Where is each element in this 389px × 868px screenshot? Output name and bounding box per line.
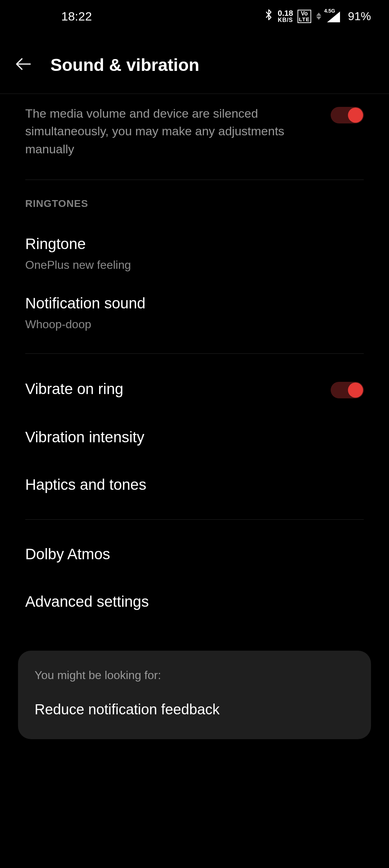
- dolby-atmos-title: Dolby Atmos: [25, 546, 364, 563]
- ringtone-title: Ringtone: [25, 235, 364, 253]
- mute-media-toggle[interactable]: [331, 107, 364, 123]
- battery-percentage: 91%: [348, 10, 371, 23]
- vibrate-on-ring-toggle[interactable]: [331, 382, 364, 398]
- status-time: 18:22: [61, 9, 92, 23]
- data-rate-unit: KB/S: [278, 17, 293, 23]
- suggestion-item[interactable]: Reduce notification feedback: [35, 701, 354, 718]
- dolby-atmos-item[interactable]: Dolby Atmos: [25, 530, 364, 578]
- mute-media-row[interactable]: The media volume and device are silenced…: [25, 94, 364, 169]
- ringtone-item[interactable]: Ringtone OnePlus new feeling: [25, 224, 364, 283]
- data-rate: 0.18 KB/S: [278, 9, 293, 23]
- suggestion-hint: You might be looking for:: [35, 669, 354, 682]
- vibration-intensity-title: Vibration intensity: [25, 429, 364, 446]
- divider: [25, 519, 364, 520]
- status-bar: 18:22 0.18 KB/S Vo LTE 4.5G 91%: [0, 0, 389, 32]
- page-title: Sound & vibration: [50, 55, 199, 75]
- vibrate-on-ring-item[interactable]: Vibrate on ring: [25, 365, 364, 413]
- bluetooth-icon: [264, 9, 273, 24]
- section-header-ringtones: RINGTONES: [25, 198, 364, 209]
- notification-sound-title: Notification sound: [25, 295, 364, 312]
- notification-sound-value: Whoop-doop: [25, 318, 364, 331]
- vibration-intensity-item[interactable]: Vibration intensity: [25, 413, 364, 461]
- suggestion-card: You might be looking for: Reduce notific…: [18, 651, 371, 739]
- divider: [25, 180, 364, 180]
- advanced-settings-item[interactable]: Advanced settings: [25, 578, 364, 625]
- data-rate-value: 0.18: [278, 9, 293, 17]
- app-bar: Sound & vibration: [0, 43, 389, 86]
- data-arrows-icon: [316, 13, 321, 20]
- status-right: 0.18 KB/S Vo LTE 4.5G 91%: [264, 9, 371, 24]
- vibrate-on-ring-title: Vibrate on ring: [25, 380, 123, 398]
- ringtone-value: OnePlus new feeling: [25, 258, 364, 272]
- divider: [25, 353, 364, 354]
- advanced-settings-title: Advanced settings: [25, 593, 364, 610]
- haptics-tones-title: Haptics and tones: [25, 476, 364, 493]
- mute-media-description: The media volume and device are silenced…: [25, 105, 316, 158]
- haptics-tones-item[interactable]: Haptics and tones: [25, 461, 364, 508]
- back-button[interactable]: [14, 55, 32, 74]
- notification-sound-item[interactable]: Notification sound Whoop-doop: [25, 283, 364, 343]
- volte-icon: Vo LTE: [298, 10, 311, 23]
- signal-icon: 4.5G: [326, 10, 340, 22]
